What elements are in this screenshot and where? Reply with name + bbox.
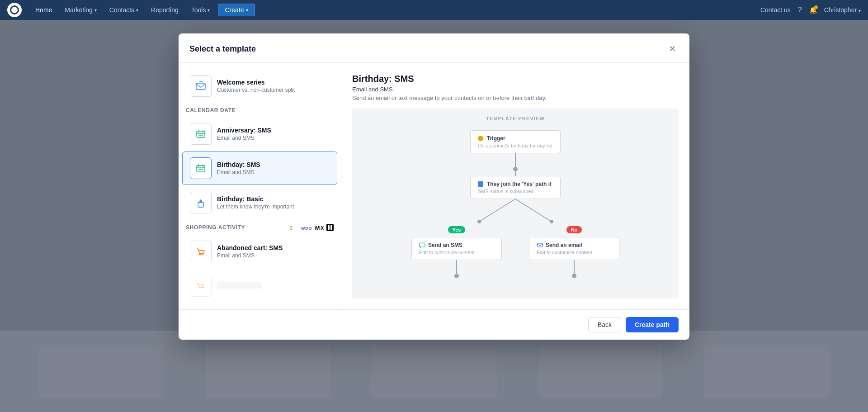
flow-connector-2 — [515, 171, 516, 176]
condition-sub: SMS status is subscribed — [478, 189, 553, 194]
modal-overlay: Select a template ✕ Welcome — [0, 20, 868, 412]
svg-rect-8 — [326, 224, 334, 231]
flow-trigger-node: Trigger On a contact's birthday for any … — [470, 130, 561, 153]
template-preview: TEMPLATE PREVIEW Trigger On a contact's … — [352, 109, 679, 298]
help-icon[interactable]: ? — [798, 6, 802, 14]
chevron-down-icon: ▾ — [94, 8, 97, 13]
nav-tools[interactable]: Tools ▾ — [187, 5, 215, 15]
nav-marketing[interactable]: Marketing ▾ — [60, 5, 101, 15]
svg-rect-1 — [197, 131, 205, 137]
detail-description: Send an email or text message to your co… — [352, 95, 679, 101]
detail-subtitle: Email and SMS — [352, 86, 679, 93]
template-info-partial — [217, 282, 330, 289]
chevron-down-icon: ▾ — [246, 8, 248, 13]
condition-label: They join the 'Yes' path if — [487, 181, 552, 187]
preview-label: TEMPLATE PREVIEW — [359, 116, 671, 121]
split-lines — [443, 199, 588, 226]
template-item-birthday-sms[interactable]: Birthday: SMS Email and SMS — [182, 152, 337, 185]
svg-rect-2 — [197, 166, 205, 172]
trigger-sub: On a contact's birthday for any list — [478, 143, 553, 148]
nav-reporting[interactable]: Reporting — [146, 5, 183, 15]
notifications-icon[interactable]: 🔔 — [809, 6, 817, 14]
yes-branch: Yes Send an SMS Edi — [411, 226, 502, 278]
flow-yes-node: Send an SMS Edit to customize content — [411, 237, 502, 260]
back-button[interactable]: Back — [588, 317, 621, 332]
template-icon-welcome — [190, 75, 212, 97]
template-name-abandoned-cart: Abandoned cart: SMS — [217, 244, 330, 251]
template-item-birthday-basic[interactable]: Birthday: Basic Let them know they're im… — [182, 186, 337, 219]
close-button[interactable]: ✕ — [666, 43, 679, 55]
yes-badge: Yes — [448, 226, 466, 233]
create-path-button[interactable]: Create path — [626, 317, 679, 332]
template-info-birthday-basic: Birthday: Basic Let them know they're im… — [217, 195, 330, 210]
chevron-down-icon: ▾ — [136, 8, 138, 13]
template-name-partial — [217, 282, 262, 289]
template-icon-anniversary — [190, 123, 212, 145]
no-branch: No Send an email Ed — [529, 226, 619, 278]
svg-point-16 — [550, 220, 553, 223]
chevron-down-icon: ▾ — [859, 8, 861, 13]
svg-rect-0 — [196, 83, 205, 90]
template-info-welcome: Welcome series Customer vs. non-customer… — [217, 79, 330, 93]
flow-connector-yes — [456, 260, 457, 274]
svg-point-15 — [477, 220, 481, 223]
template-icon-birthday-sms — [190, 157, 212, 179]
flow-dot-no — [572, 274, 576, 278]
navbar: Home Marketing ▾ Contacts ▾ Reporting To… — [0, 0, 868, 20]
notification-dot — [814, 5, 818, 9]
condition-icon — [478, 181, 483, 187]
chevron-down-icon: ▾ — [208, 8, 210, 13]
template-info-abandoned-cart: Abandoned cart: SMS Email and SMS — [217, 244, 330, 259]
svg-text:WIX: WIX — [315, 226, 324, 231]
template-item-anniversary-sms[interactable]: Anniversary: SMS Email and SMS — [182, 117, 337, 151]
svg-rect-18 — [537, 243, 542, 247]
svg-point-4 — [200, 200, 202, 202]
user-menu[interactable]: Christopher ▾ — [824, 6, 861, 14]
create-button[interactable]: Create ▾ — [218, 4, 255, 16]
template-name-birthday-sms: Birthday: SMS — [217, 161, 330, 168]
trigger-icon — [478, 136, 483, 141]
select-template-modal: Select a template ✕ Welcome — [179, 33, 689, 340]
template-sub-welcome: Customer vs. non-customer split — [217, 87, 330, 93]
template-name-anniversary: Anniversary: SMS — [217, 127, 330, 134]
template-info-anniversary: Anniversary: SMS Email and SMS — [217, 127, 330, 141]
modal-title: Select a template — [189, 44, 256, 54]
logo[interactable] — [7, 3, 22, 17]
flow-diagram: Trigger On a contact's birthday for any … — [359, 130, 671, 278]
template-item-abandoned-cart[interactable]: Abandoned cart: SMS Email and SMS — [182, 235, 337, 268]
svg-rect-3 — [198, 203, 203, 207]
flow-dot-1 — [513, 167, 518, 171]
template-info-birthday-sms: Birthday: SMS Email and SMS — [217, 161, 330, 175]
svg-line-14 — [515, 199, 552, 222]
svg-rect-10 — [330, 225, 332, 230]
template-sub-birthday-basic: Let them know they're important — [217, 204, 330, 210]
modal-footer: Back Create path — [179, 309, 689, 340]
template-sub-anniversary: Email and SMS — [217, 135, 330, 141]
flow-connector-1 — [515, 153, 516, 167]
no-node-sub: Edit to customize content — [537, 250, 612, 255]
sms-send-icon — [419, 242, 425, 248]
trigger-label: Trigger — [487, 135, 505, 142]
contact-us-link[interactable]: Contact us — [760, 6, 791, 14]
svg-rect-17 — [420, 243, 425, 247]
svg-text:Woo: Woo — [301, 226, 312, 231]
flow-connector-no — [574, 260, 575, 274]
svg-line-13 — [479, 199, 515, 222]
template-item-partial[interactable] — [182, 269, 337, 303]
template-sub-abandoned-cart: Email and SMS — [217, 252, 330, 259]
nav-home[interactable]: Home — [31, 5, 57, 15]
section-calendar-date: Calendar date — [179, 104, 341, 116]
shop-platform-icons: S Woo WIX — [289, 224, 334, 231]
detail-title: Birthday: SMS — [352, 74, 679, 84]
no-node-title: Send an email — [546, 242, 582, 248]
svg-rect-9 — [328, 225, 330, 230]
nav-contacts[interactable]: Contacts ▾ — [105, 5, 143, 15]
template-item-welcome-series[interactable]: Welcome series Customer vs. non-customer… — [182, 69, 337, 103]
no-badge: No — [566, 226, 582, 233]
template-icon-abandoned-cart — [190, 241, 212, 262]
section-shopping-activity: Shopping activity S Woo WIX — [179, 220, 341, 234]
svg-point-12 — [202, 254, 203, 255]
yes-node-sub: Edit to customize content — [419, 250, 494, 255]
flow-no-node: Send an email Edit to customize content — [529, 237, 619, 260]
template-icon-partial — [190, 275, 212, 297]
